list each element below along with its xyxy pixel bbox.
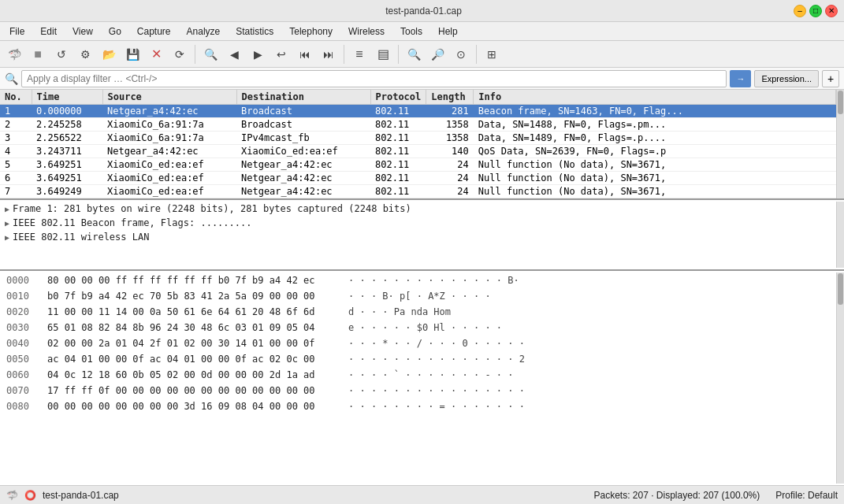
status-left: 🦈 ⭕ test-panda-01.cap <box>6 490 119 501</box>
col-header-time: Time <box>32 90 102 105</box>
cell-src: Netgear_a4:42:ec <box>102 105 236 118</box>
shark-toolbar-btn[interactable]: 🦈 <box>3 43 25 65</box>
hex-offset: 0060 <box>6 368 38 382</box>
detail-row[interactable]: ▶ IEEE 802.11 Beacon frame, Flags: .....… <box>0 216 836 230</box>
save-toolbar-btn[interactable]: 💾 <box>121 43 143 65</box>
hex-dump-scrollbar[interactable] <box>836 272 844 484</box>
table-row[interactable]: 1 0.000000 Netgear_a4:42:ec Broadcast 80… <box>0 105 836 118</box>
detail-text: IEEE 802.11 Beacon frame, Flags: .......… <box>13 217 251 228</box>
return-toolbar-btn[interactable]: ↩ <box>270 43 292 65</box>
cell-no: 1 <box>0 105 32 118</box>
filter-add-btn[interactable]: + <box>822 70 839 87</box>
cell-len: 1358 <box>426 118 474 132</box>
detail-text: Frame 1: 281 bytes on wire (2248 bits), … <box>13 203 411 214</box>
stop-toolbar-btn[interactable]: ■ <box>27 43 49 65</box>
hex-row: 0060 04 0c 12 18 60 0b 05 02 00 0d 00 00… <box>0 367 836 383</box>
menu-item-wireless[interactable]: Wireless <box>342 24 391 39</box>
detail-row[interactable]: ▶ Frame 1: 281 bytes on wire (2248 bits)… <box>0 202 836 216</box>
cell-proto: 802.11 <box>370 172 426 185</box>
hex-row: 0080 00 00 00 00 00 00 00 00 3d 16 09 08… <box>0 398 836 414</box>
find-toolbar-btn[interactable]: 🔍 <box>199 43 221 65</box>
toolbar-sep-4 <box>476 45 477 64</box>
hex-offset: 0040 <box>6 336 38 350</box>
detail-text: IEEE 802.11 wireless LAN <box>13 232 149 243</box>
hex-ascii: d · · · Pa nda Hom <box>348 305 451 319</box>
filter-expression-btn[interactable]: Expression... <box>754 70 819 87</box>
settings-toolbar-btn[interactable]: ⚙ <box>74 43 96 65</box>
zoom-out-btn[interactable]: 🔎 <box>426 43 448 65</box>
zoom-reset-btn[interactable]: ⊙ <box>450 43 472 65</box>
cell-dst: Broadcast <box>236 105 370 118</box>
hex-offset: 0020 <box>6 305 38 319</box>
filter-apply-btn[interactable]: → <box>730 70 751 87</box>
cell-len: 24 <box>426 172 474 185</box>
open-toolbar-btn[interactable]: 📂 <box>98 43 120 65</box>
detail-arrow: ▶ <box>5 205 9 213</box>
cell-proto: 802.11 <box>370 145 426 158</box>
table-row[interactable]: 2 2.245258 XiaomiCo_6a:91:7a Broadcast 8… <box>0 118 836 132</box>
first-toolbar-btn[interactable]: ⏮ <box>294 43 316 65</box>
menu-item-view[interactable]: View <box>66 24 99 39</box>
menu-item-help[interactable]: Help <box>432 24 464 39</box>
cols-btn[interactable]: ⊞ <box>481 43 503 65</box>
hex-offset: 0070 <box>6 384 38 398</box>
close-button[interactable]: ✕ <box>825 5 838 17</box>
cell-dst: XiaomiCo_ed:ea:ef <box>236 145 370 158</box>
reload-toolbar-btn[interactable]: ↺ <box>50 43 73 65</box>
table-row[interactable]: 3 2.256522 XiaomiCo_6a:91:7a IPv4mcast_f… <box>0 132 836 145</box>
forward-toolbar-btn[interactable]: ▶ <box>247 43 269 65</box>
cell-time: 3.649251 <box>32 172 102 185</box>
menu-item-file[interactable]: File <box>3 24 31 39</box>
cell-len: 24 <box>426 185 474 198</box>
hex-offset: 0000 <box>6 273 38 287</box>
table-row[interactable]: 5 3.649251 XiaomiCo_ed:ea:ef Netgear_a4:… <box>0 158 836 172</box>
cell-time: 0.000000 <box>32 105 102 118</box>
hex-bytes: 17 ff ff 0f 00 00 00 00 00 00 00 00 00 0… <box>47 384 339 398</box>
col-header-source: Source <box>102 90 236 105</box>
menu-item-telephony[interactable]: Telephony <box>283 24 339 39</box>
hex-bytes: 00 00 00 00 00 00 00 00 3d 16 09 08 04 0… <box>47 399 339 413</box>
display-filter-input[interactable] <box>21 70 727 87</box>
cell-src: XiaomiCo_ed:ea:ef <box>102 185 236 198</box>
table-row[interactable]: 7 3.649249 XiaomiCo_ed:ea:ef Netgear_a4:… <box>0 185 836 198</box>
detail-view-btn[interactable]: ▤ <box>372 43 394 65</box>
cell-dst: Broadcast <box>236 118 370 132</box>
packet-table: No. Time Source Destination Protocol Len… <box>0 90 836 198</box>
cell-info: QoS Data, SN=2639, FN=0, Flags=.p <box>474 145 836 158</box>
hex-bytes: 11 00 00 11 14 00 0a 50 61 6e 64 61 20 4… <box>47 305 339 319</box>
table-row[interactable]: 6 3.649251 XiaomiCo_ed:ea:ef Netgear_a4:… <box>0 172 836 185</box>
cell-no: 3 <box>0 132 32 145</box>
detail-row[interactable]: ▶ IEEE 802.11 wireless LAN <box>0 230 836 244</box>
cell-len: 281 <box>426 105 474 118</box>
back-toolbar-btn[interactable]: ◀ <box>223 43 245 65</box>
cell-time: 3.243711 <box>32 145 102 158</box>
hex-row: 0070 17 ff ff 0f 00 00 00 00 00 00 00 00… <box>0 383 836 398</box>
col-header-no: No. <box>0 90 32 105</box>
maximize-button[interactable]: □ <box>809 5 822 17</box>
cell-proto: 802.11 <box>370 185 426 198</box>
cell-time: 2.245258 <box>32 118 102 132</box>
filter-bar: 🔍 → Expression... + <box>0 68 844 90</box>
packet-details-content: ▶ Frame 1: 281 bytes on wire (2248 bits)… <box>0 202 836 268</box>
last-toolbar-btn[interactable]: ⏭ <box>318 43 340 65</box>
menu-item-analyze[interactable]: Analyze <box>180 24 227 39</box>
menu-item-edit[interactable]: Edit <box>34 24 63 39</box>
zoom-in-btn[interactable]: 🔍 <box>403 43 425 65</box>
list-view-btn[interactable]: ≡ <box>348 43 370 65</box>
menu-item-capture[interactable]: Capture <box>131 24 177 39</box>
menu-item-go[interactable]: Go <box>102 24 128 39</box>
cell-no: 2 <box>0 118 32 132</box>
cell-src: XiaomiCo_6a:91:7a <box>102 118 236 132</box>
table-row[interactable]: 4 3.243711 Netgear_a4:42:ec XiaomiCo_ed:… <box>0 145 836 158</box>
packet-list-scrollbar[interactable] <box>836 90 844 198</box>
close-toolbar-btn[interactable]: ✕ <box>145 43 167 65</box>
status-filename: test-panda-01.cap <box>43 490 119 501</box>
cell-dst: Netgear_a4:42:ec <box>236 158 370 172</box>
filter-icon: 🔍 <box>5 72 18 85</box>
packet-details-scrollbar[interactable] <box>836 202 844 268</box>
menu-item-statistics[interactable]: Statistics <box>229 24 280 39</box>
minimize-button[interactable]: – <box>794 5 806 17</box>
cell-info: Null function (No data), SN=3671, <box>474 185 836 198</box>
refresh-toolbar-btn[interactable]: ⟳ <box>169 43 191 65</box>
menu-item-tools[interactable]: Tools <box>394 24 429 39</box>
